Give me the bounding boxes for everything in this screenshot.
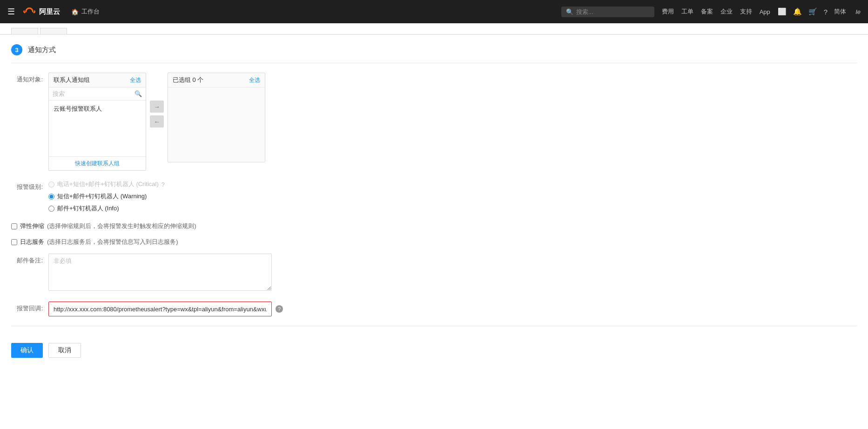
elastic-checkbox[interactable] <box>11 223 17 229</box>
screen-icon[interactable]: ⬜ <box>778 7 787 16</box>
confirm-button[interactable]: 确认 <box>11 343 43 358</box>
elastic-label: 弹性伸缩 <box>20 222 44 230</box>
log-service-row: 日志服务 (选择日志服务后，会将报警信息写入到日志服务) <box>11 238 857 246</box>
language-icon[interactable]: 简体 <box>834 7 846 16</box>
left-box-title: 联系人通知组 <box>54 76 90 84</box>
radio-info-input[interactable] <box>48 206 54 212</box>
transfer-right-box: 已选组 0 个 全选 <box>168 73 265 162</box>
critical-help-icon[interactable]: ? <box>161 181 165 188</box>
workspace-label: 工作台 <box>81 7 100 16</box>
partial-tab-bar <box>0 23 868 35</box>
notify-target-label: 通知对象: <box>11 73 48 84</box>
elastic-desc: (选择伸缩规则后，会将报警发生时触发相应的伸缩规则) <box>47 222 196 230</box>
radio-critical[interactable]: 电话+短信+邮件+钉钉机器人 (Critical) ? <box>48 180 857 188</box>
search-icon: 🔍 <box>566 8 573 15</box>
nav-link-app[interactable]: App <box>760 8 770 15</box>
radio-warning-input[interactable] <box>48 194 54 200</box>
nav-link-filing[interactable]: 备案 <box>701 7 713 16</box>
nav-link-cost[interactable]: 费用 <box>662 7 674 16</box>
radio-critical-label: 电话+短信+邮件+钉钉机器人 (Critical) <box>57 180 159 188</box>
quick-create-link[interactable]: 快速创建联系人组 <box>75 160 120 167</box>
top-navigation: ☰ 阿里云 🏠 工作台 🔍 费用 工单 备案 企业 支持 App ⬜ 🔔 🛒 ?… <box>0 0 868 23</box>
callback-row: 报警回调: ? <box>11 302 857 316</box>
alert-level-content: 电话+短信+邮件+钉钉机器人 (Critical) ? 短信+邮件+钉钉机器人 … <box>48 180 857 213</box>
nav-link-enterprise[interactable]: 企业 <box>720 7 733 16</box>
cart-icon[interactable]: 🛒 <box>808 7 817 16</box>
tab-1[interactable] <box>11 28 38 34</box>
radio-warning[interactable]: 短信+邮件+钉钉机器人 (Warning) <box>48 192 857 201</box>
callback-url-input[interactable] <box>48 302 272 316</box>
right-select-all[interactable]: 全选 <box>249 76 260 84</box>
alert-level-label: 报警级别: <box>11 180 48 191</box>
callback-help-icon[interactable]: ? <box>276 305 283 313</box>
workspace-nav[interactable]: 🏠 工作台 <box>71 7 100 16</box>
email-note-label: 邮件备注: <box>11 254 48 265</box>
section-divider <box>11 326 857 326</box>
log-desc: (选择日志服务后，会将报警信息写入到日志服务) <box>47 238 178 246</box>
bell-icon[interactable]: 🔔 <box>793 7 802 16</box>
email-note-content <box>48 254 857 292</box>
home-icon: 🏠 <box>71 8 79 15</box>
transfer-right-body <box>168 87 265 162</box>
form-section: 3 通知方式 通知对象: 联系人通知组 全选 🔍 <box>0 35 868 375</box>
notify-target-content: 联系人通知组 全选 🔍 云账号报警联系人 快速创建联系人组 <box>48 73 857 171</box>
transfer-search-box: 🔍 <box>49 87 146 101</box>
email-note-row: 邮件备注: <box>11 254 857 292</box>
callback-label: 报警回调: <box>11 302 48 313</box>
step-header: 3 通知方式 <box>11 44 857 63</box>
transfer-buttons: → ← <box>150 73 164 127</box>
transfer-footer: 快速创建联系人组 <box>49 156 146 170</box>
transfer-right-btn[interactable]: → <box>150 101 164 113</box>
transfer-right-header: 已选组 0 个 全选 <box>168 73 265 87</box>
search-small-icon: 🔍 <box>135 90 142 97</box>
radio-info-label: 邮件+钉钉机器人 (Info) <box>57 204 119 213</box>
transfer-left-list: 云账号报警联系人 <box>49 101 146 156</box>
nav-link-ticket[interactable]: 工单 <box>681 7 693 16</box>
log-checkbox[interactable] <box>11 239 17 245</box>
transfer-item-contact[interactable]: 云账号报警联系人 <box>49 102 146 115</box>
logo-text: 阿里云 <box>39 7 60 16</box>
step-badge: 3 <box>11 44 22 55</box>
transfer-left-header: 联系人通知组 全选 <box>49 73 146 87</box>
transfer-search-input[interactable] <box>53 90 133 97</box>
elastic-row: 弹性伸缩 (选择伸缩规则后，会将报警发生时触发相应的伸缩规则) <box>11 222 857 230</box>
transfer-left-box: 联系人通知组 全选 🔍 云账号报警联系人 快速创建联系人组 <box>48 73 146 171</box>
help-circle-icon[interactable]: ? <box>824 8 828 16</box>
radio-info[interactable]: 邮件+钉钉机器人 (Info) <box>48 204 857 213</box>
logo: 阿里云 <box>22 6 60 17</box>
callback-content: ? <box>48 302 857 316</box>
tab-2[interactable] <box>40 28 67 34</box>
user-label[interactable]: Ie <box>855 8 861 15</box>
transfer-left-btn[interactable]: ← <box>150 115 164 127</box>
notify-target-row: 通知对象: 联系人通知组 全选 🔍 云账号报警联 <box>11 73 857 171</box>
left-select-all[interactable]: 全选 <box>130 76 141 84</box>
url-input-wrapper: ? <box>48 302 857 316</box>
action-row: 确认 取消 <box>11 335 857 365</box>
log-label: 日志服务 <box>20 238 44 246</box>
search-input[interactable] <box>576 8 650 15</box>
alert-level-row: 报警级别: 电话+短信+邮件+钉钉机器人 (Critical) ? 短信+邮件+… <box>11 180 857 213</box>
logo-icon <box>22 6 36 17</box>
right-box-count: 已选组 0 个 <box>173 76 203 84</box>
alert-level-radio-group: 电话+短信+邮件+钉钉机器人 (Critical) ? 短信+邮件+钉钉机器人 … <box>48 180 857 213</box>
main-content: 3 通知方式 通知对象: 联系人通知组 全选 🔍 <box>0 23 868 429</box>
radio-warning-label: 短信+邮件+钉钉机器人 (Warning) <box>57 192 147 201</box>
nav-link-support[interactable]: 支持 <box>740 7 752 16</box>
radio-critical-input[interactable] <box>48 181 54 188</box>
nav-links: 费用 工单 备案 企业 支持 App <box>662 7 770 16</box>
transfer-container: 联系人通知组 全选 🔍 云账号报警联系人 快速创建联系人组 <box>48 73 857 171</box>
search-box: 🔍 <box>561 7 654 17</box>
cancel-button[interactable]: 取消 <box>48 343 81 358</box>
step-title: 通知方式 <box>28 46 56 54</box>
email-note-textarea[interactable] <box>48 254 272 291</box>
hamburger-menu-icon[interactable]: ☰ <box>7 7 15 17</box>
nav-icon-group: ⬜ 🔔 🛒 ? 简体 <box>778 7 846 16</box>
